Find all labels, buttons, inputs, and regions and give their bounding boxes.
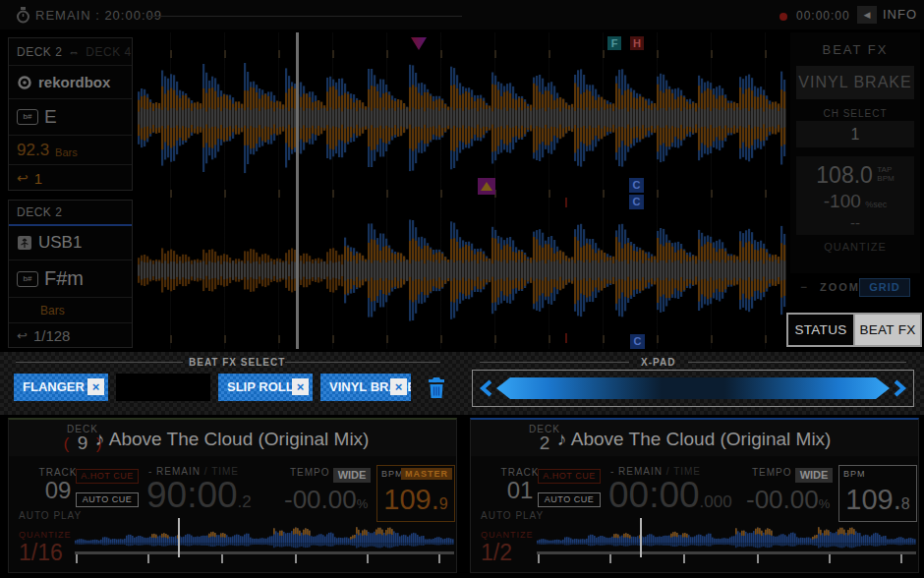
grid-button[interactable]: GRID (859, 278, 910, 297)
deck-flash-paren-left: ( (64, 434, 70, 453)
recording-time: 00:00:00 (796, 9, 850, 23)
zoom-controls: − ZOOM GRID (796, 278, 920, 296)
fx-param-unit: %sec (865, 200, 887, 209)
wide-badge: WIDE (795, 468, 833, 483)
deck-label: DECK 2 (17, 205, 62, 219)
waveform-deck-a (138, 56, 786, 180)
time-display[interactable]: 00:00.000 (608, 475, 732, 516)
bpm-unit-label: BPM (877, 174, 894, 183)
bpm-value: 109.8 (839, 484, 916, 516)
deck-current-label: DECK 2 (17, 45, 62, 59)
tempo-value: -00.00% (746, 485, 830, 515)
deck-info-panel-bottom: DECK 2 USB1 b# F#m Bars ↩ 1/128 (8, 200, 133, 348)
tempo-unit: % (357, 496, 369, 511)
remove-fx-icon[interactable]: × (87, 378, 104, 395)
ch-select-value[interactable]: 1 (796, 121, 914, 147)
bpm-fraction: 9 (439, 495, 448, 512)
loop-value: 1 (34, 170, 42, 187)
divider (285, 362, 440, 363)
time-display[interactable]: 90:00.2 (146, 475, 252, 516)
beat-fx-panel: BEAT FX VINYL BRAKE CH SELECT 1 108.0 TA… (790, 32, 920, 273)
xpad-right-chevron-icon (893, 379, 908, 397)
bpm-value: 109.9 (377, 484, 454, 516)
fx-name-display[interactable]: VINYL BRAKE (796, 66, 914, 99)
track-overview-waveform[interactable] (75, 522, 454, 551)
zoom-minus-button[interactable]: − (800, 280, 807, 294)
xpad-title: X-PAD (641, 357, 675, 368)
remove-fx-icon[interactable]: × (390, 378, 407, 395)
master-badge: MASTER (401, 468, 452, 480)
deck-switch[interactable]: DECK 2 ⇔ DECK 4 (9, 38, 132, 66)
track-title: ♪ Above The Cloud (Original Mix) (95, 429, 369, 450)
beat-fx-select-strip: BEAT FX SELECT FLANGER × SLIP ROLL × VIN… (0, 352, 924, 415)
divider (16, 362, 183, 363)
fx-slot-label: SLIP ROLL (227, 374, 294, 401)
fx-slot-vinyl-brake[interactable]: VINYL BRAKE × (320, 374, 411, 401)
remove-fx-icon[interactable]: × (292, 378, 309, 395)
source-row: USB1 (9, 226, 132, 260)
quantize-label: QUANTIZE (481, 530, 534, 540)
bars-unit: Bars (55, 146, 78, 158)
trash-icon[interactable] (427, 377, 446, 399)
hot-cue-h-marker[interactable]: H (630, 36, 644, 50)
hot-cue-f-marker[interactable]: F (607, 36, 621, 50)
overview-playhead (178, 518, 180, 557)
divider (688, 362, 906, 363)
cue-c-marker-3[interactable]: C (630, 334, 645, 349)
bpm-box: BPM MASTER 109.9 (376, 465, 455, 522)
key-value: F#m (44, 267, 84, 290)
rekordbox-icon (17, 75, 32, 90)
xpad[interactable] (472, 370, 914, 407)
info-button[interactable]: INFO (883, 7, 917, 22)
fx-bpm-box[interactable]: 108.0 TAP BPM -100 %sec -- (796, 156, 914, 235)
zoom-label: ZOOM (820, 281, 860, 293)
deck-status-left: DECK ( 9 ) ♪ Above The Cloud (Original M… (8, 418, 457, 573)
phrase-ticks (75, 554, 454, 564)
phrase-ticks (537, 554, 916, 564)
deck-label-row[interactable]: DECK 2 (9, 201, 132, 226)
top-divider (147, 16, 462, 17)
fx-slot-empty[interactable] (116, 374, 210, 401)
fx-quantize-label: QUANTIZE (790, 241, 920, 253)
info-collapse-icon[interactable]: ◀ (857, 6, 877, 24)
cue-tick-red (565, 333, 567, 343)
a-hot-cue-button[interactable]: A.HOT CUE (538, 469, 601, 484)
bpm-box: BPM 109.8 (838, 465, 917, 522)
quantize-value: 1/2 (481, 540, 512, 566)
tap-label: TAP (877, 165, 894, 174)
panel-tabs: STATUS BEAT FX (786, 313, 922, 347)
deck-header: DECK ( 9 ) ♪ Above The Cloud (Original M… (9, 420, 456, 456)
cue-c-marker-2[interactable]: C (629, 195, 644, 209)
loop-row-top: ↩ 1 (9, 165, 132, 191)
auto-cue-button[interactable]: AUTO CUE (538, 492, 601, 507)
main-waveform-area[interactable]: F H C C C (138, 32, 786, 349)
tempo-label: TEMPO (752, 467, 792, 478)
quantize-label: QUANTIZE (19, 530, 72, 540)
track-overview-waveform[interactable] (537, 522, 916, 551)
fx-select-title: BEAT FX SELECT (189, 357, 285, 368)
overview-waveform-svg (75, 522, 454, 551)
note-icon: ♪ (557, 429, 567, 449)
key-value: E (44, 106, 57, 128)
xpad-bar[interactable] (496, 377, 890, 399)
auto-play-label: AUTO PLAY (19, 510, 82, 521)
ch-select-label: CH SELECT (790, 108, 920, 119)
tab-status[interactable]: STATUS (788, 315, 855, 345)
key-icon: b# (17, 271, 38, 287)
brand-row: rekordbox (9, 66, 132, 99)
track-title: ♪ Above The Cloud (Original Mix) (557, 429, 831, 450)
a-hot-cue-button[interactable]: A.HOT CUE (76, 469, 139, 484)
memory-cue-marker[interactable] (478, 178, 495, 195)
key-row-top: b# E (9, 99, 132, 136)
auto-cue-button[interactable]: AUTO CUE (76, 492, 139, 507)
fx-slot-slip-roll[interactable]: SLIP ROLL × (218, 374, 313, 401)
fx-slot-flanger[interactable]: FLANGER × (14, 374, 108, 401)
bars-row-bottom: Bars (9, 298, 132, 323)
tempo-unit: % (819, 496, 831, 511)
source-label: USB1 (38, 233, 82, 253)
bpm-label: BPM (843, 469, 866, 479)
tab-beat-fx[interactable]: BEAT FX (855, 315, 920, 345)
remain-time-display: REMAIN : 20:00:09 (35, 8, 162, 23)
waveform-deck-b (138, 207, 786, 333)
cue-c-marker-1[interactable]: C (629, 178, 644, 193)
